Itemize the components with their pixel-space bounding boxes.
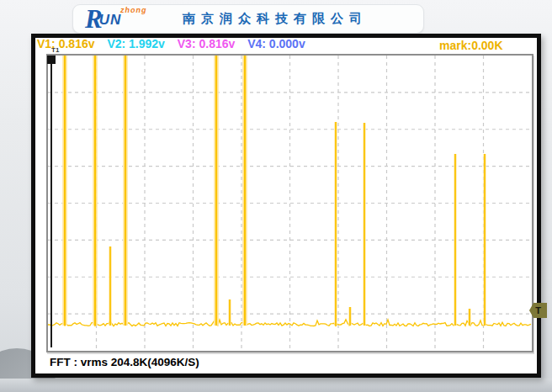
bezel-bottom-edge [0,379,552,392]
readout-v1: V1: 0.816v [37,37,95,50]
cursor-t1-label: T1 [51,46,59,54]
brand-header: RUN zhong 南京润众科技有限公司 [72,4,424,34]
readout-v4: V4: 0.000v [247,37,305,50]
runzhong-logo: RUN zhong [85,8,162,30]
mark-readout: mark:0.00K [439,39,503,52]
fft-spectrum-svg [48,56,532,351]
fft-plot-area [46,54,533,352]
cursor-t1-handle[interactable] [47,56,56,64]
logo-superscript: zhong [120,6,147,14]
company-name: 南京润众科技有限公司 [183,11,368,27]
fft-status-text: FFT : vrms 204.8K(4096K/S) [50,356,199,368]
channel-readouts: V1: 0.816v V2: 1.992v V3: 0.816v V4: 0.0… [37,37,315,51]
readout-v2: V2: 1.992v [107,37,165,50]
logo-caps: UN [99,12,122,28]
readout-v3: V3: 0.816v [178,37,236,50]
